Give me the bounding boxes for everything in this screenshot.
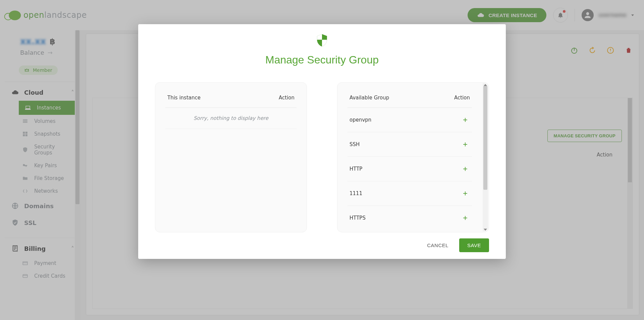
modal-footer: CANCEL SAVE <box>155 238 489 252</box>
scroll-down-icon <box>484 229 487 231</box>
add-group-button[interactable]: + <box>461 213 470 223</box>
modal-overlay: Manage Security Group This instance Acti… <box>0 0 644 320</box>
col-action: Action <box>279 95 294 101</box>
group-name: 1111 <box>350 190 362 196</box>
group-name: HTTPS <box>350 215 366 221</box>
modal-icon-wrap <box>155 33 489 48</box>
add-group-button[interactable]: + <box>461 115 470 125</box>
manage-security-group-modal: Manage Security Group This instance Acti… <box>138 24 506 259</box>
group-row: openvpn + <box>347 108 472 132</box>
empty-message: Sorry, nothing to display here <box>165 108 297 129</box>
save-button[interactable]: SAVE <box>459 238 489 252</box>
left-table-header: This instance Action <box>165 92 297 108</box>
this-instance-panel: This instance Action Sorry, nothing to d… <box>155 82 307 232</box>
add-group-button[interactable]: + <box>461 189 470 198</box>
add-group-button[interactable]: + <box>461 140 470 149</box>
col-this-instance: This instance <box>167 95 201 101</box>
shield-icon <box>315 33 329 48</box>
col-action: Action <box>454 95 470 101</box>
modal-body: This instance Action Sorry, nothing to d… <box>155 82 489 232</box>
group-row: 1111 + <box>347 181 472 206</box>
add-group-button[interactable]: + <box>461 164 470 174</box>
group-row: HTTP + <box>347 157 472 181</box>
panel-scrollbar[interactable] <box>483 83 488 231</box>
group-row: HTTPS + <box>347 206 472 223</box>
cancel-button[interactable]: CANCEL <box>423 239 452 252</box>
modal-title: Manage Security Group <box>155 54 489 66</box>
group-name: HTTP <box>350 166 362 172</box>
right-table-header: Available Group Action <box>347 92 472 108</box>
group-row: SSH + <box>347 132 472 157</box>
group-name: openvpn <box>350 117 371 123</box>
group-name: SSH <box>350 141 360 147</box>
col-available-group: Available Group <box>350 95 389 101</box>
available-group-panel: Available Group Action openvpn + SSH + H… <box>337 82 489 232</box>
